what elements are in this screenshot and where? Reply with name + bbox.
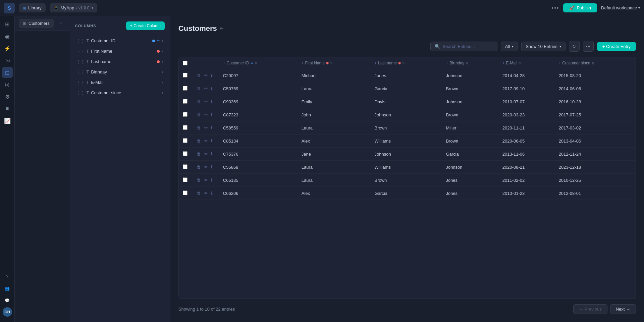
refresh-button[interactable]: ↻	[569, 41, 580, 52]
edit-row-button[interactable]: ✏	[204, 86, 208, 92]
tab-customers[interactable]: ⊞ Customers	[19, 19, 54, 28]
app-tab[interactable]: 📱 MyApp / v1.0.0 ▾	[50, 3, 97, 12]
edit-row-button[interactable]: ✏	[204, 151, 208, 157]
info-row-button[interactable]: ℹ	[210, 99, 213, 105]
previous-button[interactable]: ← Previous	[573, 304, 607, 314]
edit-row-button[interactable]: ✏	[204, 99, 208, 105]
edit-row-button[interactable]: ✏	[204, 164, 208, 170]
col-header-email[interactable]: T E-Mail ⇅	[498, 57, 555, 69]
delete-row-button[interactable]: 🗑	[196, 177, 202, 183]
edit-row-button[interactable]: ✏	[204, 125, 208, 131]
row-checkbox[interactable]	[183, 177, 187, 182]
info-row-button[interactable]: ℹ	[210, 72, 213, 78]
workspace-selector[interactable]: Default workspace ▾	[601, 5, 640, 10]
info-row-button[interactable]: ℹ	[210, 86, 213, 92]
col-type-icon: T	[302, 61, 304, 65]
publish-button[interactable]: 🚀 Publish	[563, 3, 597, 12]
pencil-icon: ✏	[157, 39, 160, 43]
sort-icon[interactable]: ⇅	[402, 61, 405, 65]
table-icon: ⊞	[23, 21, 26, 26]
col-header-customer-id[interactable]: T Customer ID ✏ ⇅	[219, 57, 298, 69]
sidebar-item-list[interactable]: ≡	[2, 103, 13, 114]
delete-row-button[interactable]: 🗑	[196, 138, 202, 144]
edit-row-button[interactable]: ✏	[204, 138, 208, 144]
col-header-last-name[interactable]: T Last name ✱ ⇅	[371, 57, 442, 69]
column-item-first-name[interactable]: ⋮⋮ T First Name ▾	[75, 46, 165, 56]
edit-row-button[interactable]: ✏	[204, 190, 208, 196]
sort-icon[interactable]: ⇅	[592, 61, 594, 65]
delete-row-button[interactable]: 🗑	[196, 125, 202, 131]
edit-row-button[interactable]: ✏	[204, 112, 208, 118]
sidebar-item-lightning[interactable]: ⚡	[2, 43, 13, 54]
edit-row-button[interactable]: ✏	[204, 177, 208, 183]
delete-row-button[interactable]: 🗑	[196, 72, 202, 78]
row-checkbox[interactable]	[183, 151, 187, 156]
row-checkbox[interactable]	[183, 112, 187, 117]
sidebar-item-chart[interactable]: 📈	[2, 115, 13, 126]
row-checkbox[interactable]	[183, 86, 187, 91]
sort-icon[interactable]: ⇅	[519, 61, 522, 65]
sidebar-item-variable[interactable]: {x}	[2, 79, 13, 90]
cell-email: 2014-04-28	[498, 69, 555, 82]
info-row-button[interactable]: ℹ	[210, 151, 213, 157]
sidebar-item-help[interactable]: ?	[2, 271, 13, 282]
add-tab-button[interactable]: +	[56, 19, 66, 28]
sort-icon[interactable]: ⇅	[330, 61, 333, 65]
info-row-button[interactable]: ℹ	[210, 125, 213, 131]
more-options-icon[interactable]: •••	[552, 5, 559, 11]
create-column-button[interactable]: + Create Column	[126, 21, 165, 30]
sidebar-item-grid[interactable]: ⊞	[2, 19, 13, 30]
more-options-button[interactable]: •••	[583, 41, 594, 52]
info-row-button[interactable]: ℹ	[210, 177, 213, 183]
sort-icon[interactable]: ⇅	[255, 61, 257, 65]
sort-icon[interactable]: ⇅	[466, 61, 468, 65]
delete-row-button[interactable]: 🗑	[196, 190, 202, 196]
column-item-customer-id[interactable]: ⋮⋮ T Customer ID ✏ ▾	[75, 36, 165, 46]
library-tab[interactable]: ⊞ Library	[19, 3, 46, 12]
sidebar-item-function[interactable]: f(x)	[2, 55, 13, 66]
create-entry-button[interactable]: + Create Entry	[597, 42, 636, 51]
next-button[interactable]: Next →	[610, 304, 636, 314]
drag-handle-icon: ⋮⋮	[76, 39, 85, 43]
delete-row-button[interactable]: 🗑	[196, 112, 202, 118]
row-checkbox[interactable]	[183, 99, 187, 104]
sidebar-item-users[interactable]: 👥	[2, 283, 13, 294]
row-checkbox[interactable]	[183, 191, 187, 195]
sidebar-item-settings[interactable]: ⚙	[2, 91, 13, 102]
info-row-button[interactable]: ℹ	[210, 164, 213, 170]
cell-email: 2013-11-06	[498, 148, 555, 161]
info-row-button[interactable]: ℹ	[210, 190, 213, 196]
sidebar-item-discord[interactable]: 💬	[2, 295, 13, 306]
column-item-last-name[interactable]: ⋮⋮ T Last name ▾	[75, 56, 165, 67]
search-box[interactable]: 🔍	[430, 42, 497, 51]
select-all-checkbox[interactable]	[183, 61, 187, 65]
delete-row-button[interactable]: 🗑	[196, 151, 202, 157]
column-item-birthday[interactable]: ⋮⋮ T Birthday ▾	[75, 67, 165, 77]
info-row-button[interactable]: ℹ	[210, 112, 213, 118]
column-item-email[interactable]: ⋮⋮ T E-Mail ▾	[75, 77, 165, 88]
edit-row-button[interactable]: ✏	[204, 72, 208, 78]
info-row-button[interactable]: ℹ	[210, 138, 213, 144]
delete-row-button[interactable]: 🗑	[196, 99, 202, 105]
column-item-customer-since[interactable]: ⋮⋮ T Customer since ▾	[75, 88, 165, 98]
all-filter-dropdown[interactable]: All ▾	[501, 42, 518, 51]
col-header-birthday[interactable]: T Birthday ⇅	[442, 57, 498, 69]
sidebar-item-table[interactable]: ◻	[2, 67, 13, 78]
row-checkbox[interactable]	[183, 164, 187, 169]
delete-row-button[interactable]: 🗑	[196, 164, 202, 170]
col-header-first-name[interactable]: T First Name ✱ ⇅	[298, 57, 371, 69]
delete-row-button[interactable]: 🗑	[196, 86, 202, 92]
type-icon: T	[87, 39, 89, 43]
sidebar-item-circle[interactable]: ◉	[2, 31, 13, 42]
row-checkbox[interactable]	[183, 138, 187, 143]
avatar[interactable]: GH	[3, 307, 12, 317]
cell-last-name: Johnson	[371, 148, 442, 161]
row-checkbox[interactable]	[183, 73, 187, 77]
row-checkbox[interactable]	[183, 125, 187, 130]
col-header-customer-since[interactable]: T Customer since ⇅	[555, 57, 636, 69]
search-input[interactable]	[443, 44, 490, 49]
row-actions-cell: 🗑 ✏ ℹ	[192, 187, 219, 200]
show-entries-dropdown[interactable]: Show 10 Entries ▾	[521, 42, 566, 51]
row-checkbox-cell	[179, 161, 192, 174]
edit-title-icon[interactable]: ✏	[220, 26, 224, 31]
